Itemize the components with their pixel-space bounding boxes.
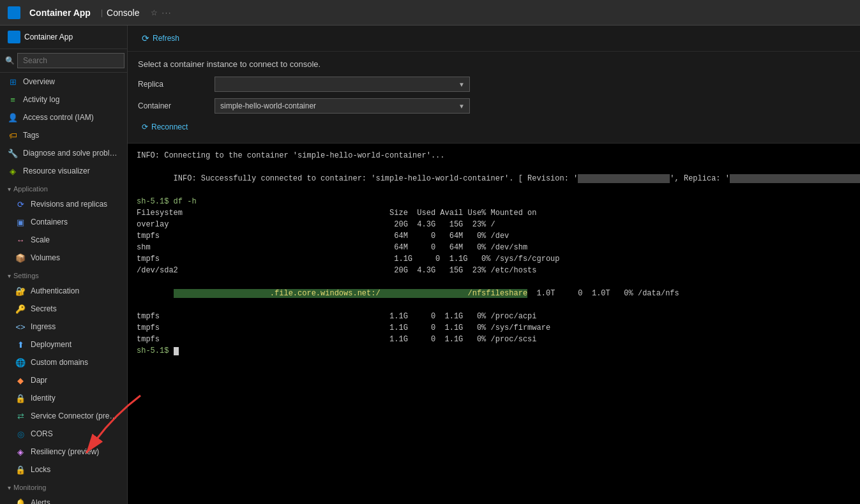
- sidebar-item-tags[interactable]: 🏷Tags: [0, 126, 127, 144]
- label-resiliency: Resiliency (preview): [31, 447, 99, 456]
- refresh-button[interactable]: ⟳ Refresh: [138, 31, 183, 46]
- sidebar-item-resource-visualizer[interactable]: ◈Resource visualizer: [0, 162, 127, 180]
- label-authentication: Authentication: [31, 286, 79, 295]
- sidebar-app-name: Container App: [24, 33, 73, 41]
- sidebar-item-revisions[interactable]: ⟳Revisions and replicas: [0, 195, 127, 213]
- reconnect-icon: ⟳: [142, 122, 148, 131]
- topbar: Container App | Console ☆ ···: [0, 0, 860, 26]
- icon-secrets: 🔑: [15, 304, 26, 314]
- icon-identity: 🔒: [15, 393, 26, 403]
- label-secrets: Secrets: [31, 304, 57, 313]
- replica-select-wrapper: ▼: [215, 77, 470, 92]
- sidebar-app-logo: [8, 31, 20, 43]
- refresh-label: Refresh: [153, 34, 179, 43]
- label-revisions: Revisions and replicas: [31, 200, 107, 209]
- reconnect-label: Reconnect: [151, 122, 188, 131]
- label-custom-domains: Custom domains: [31, 358, 88, 367]
- term-line-11: tmpfs 1.1G 0 1.1G 0% /proc/acpi: [137, 311, 851, 322]
- sidebar-item-access-control[interactable]: 👤Access control (IAM): [0, 108, 127, 126]
- sidebar-section-settings-section[interactable]: ▾Settings: [0, 267, 127, 282]
- icon-custom-domains: 🌐: [15, 357, 26, 367]
- container-row: Container simple-hello-world-container ▼: [138, 98, 850, 114]
- icon-containers: ▣: [15, 217, 26, 227]
- term-line-4: Filesystem Size Used Avail Use% Mounted …: [137, 207, 851, 219]
- replica-select[interactable]: [215, 77, 470, 92]
- section-arrow-application-section: ▾: [8, 186, 11, 193]
- section-label-monitoring-section: Monitoring: [13, 484, 46, 491]
- form-section: Select a container instance to connect t…: [128, 52, 860, 144]
- topbar-app-icon: [8, 6, 20, 19]
- sidebar-item-diagnose[interactable]: 🔧Diagnose and solve problems: [0, 144, 127, 162]
- sidebar-item-identity[interactable]: 🔒Identity: [0, 389, 127, 407]
- form-info-text: Select a container instance to connect t…: [138, 59, 850, 69]
- topbar-app-name: Container App: [29, 8, 91, 18]
- sidebar-item-scale[interactable]: ↔Scale: [0, 231, 127, 249]
- term-line-8: tmpfs 1.1G 0 1.1G 0% /sys/fs/cgroup: [137, 253, 851, 265]
- section-label-application-section: Application: [13, 185, 48, 193]
- sidebar-item-locks[interactable]: 🔒Locks: [0, 461, 127, 478]
- terminal[interactable]: INFO: Connecting to the container 'simpl…: [128, 144, 860, 504]
- content-area: ⟳ Refresh Select a container instance to…: [128, 26, 860, 504]
- label-resource-visualizer: Resource visualizer: [23, 167, 90, 175]
- sidebar: Container App 🔍 × « ⊞Overview≡Activity l…: [0, 26, 128, 504]
- topbar-more-icon[interactable]: ···: [162, 8, 172, 17]
- search-input[interactable]: [17, 53, 124, 68]
- sidebar-item-deployment[interactable]: ⬆Deployment: [0, 336, 127, 353]
- icon-tags: 🏷: [8, 130, 18, 140]
- icon-authentication: 🔐: [15, 286, 26, 296]
- sidebar-item-containers[interactable]: ▣Containers: [0, 213, 127, 231]
- sidebar-item-alerts[interactable]: 🔔Alerts: [0, 494, 127, 504]
- sidebar-item-ingress[interactable]: <>Ingress: [0, 318, 127, 336]
- icon-activity-log: ≡: [8, 94, 18, 105]
- topbar-favorite-icon[interactable]: ☆: [151, 8, 158, 17]
- label-overview: Overview: [23, 77, 55, 86]
- label-ingress: Ingress: [31, 322, 56, 331]
- sidebar-section-application-section[interactable]: ▾Application: [0, 180, 127, 195]
- sidebar-item-activity-log[interactable]: ≡Activity log: [0, 91, 127, 108]
- section-arrow-settings-section: ▾: [8, 272, 11, 279]
- icon-scale: ↔: [15, 235, 26, 245]
- label-cors: CORS: [31, 429, 53, 438]
- label-service-connector: Service Connector (preview): [31, 411, 119, 420]
- label-diagnose: Diagnose and solve problems: [23, 149, 119, 158]
- sidebar-item-resiliency[interactable]: ◈Resiliency (preview): [0, 443, 127, 461]
- label-tags: Tags: [23, 131, 39, 140]
- term-line-6: tmpfs 64M 0 64M 0% /dev: [137, 230, 851, 242]
- term-line-12: tmpfs 1.1G 0 1.1G 0% /sys/firmware: [137, 322, 851, 334]
- search-icon: 🔍: [5, 56, 15, 65]
- sidebar-item-dapr[interactable]: ◆Dapr: [0, 371, 127, 389]
- sidebar-nav: ⊞Overview≡Activity log👤Access control (I…: [0, 73, 127, 504]
- sidebar-item-cors[interactable]: ◎CORS: [0, 425, 127, 443]
- sidebar-item-secrets[interactable]: 🔑Secrets: [0, 300, 127, 318]
- label-deployment: Deployment: [31, 340, 72, 349]
- icon-volumes: 📦: [15, 253, 26, 263]
- sidebar-item-authentication[interactable]: 🔐Authentication: [0, 282, 127, 300]
- icon-overview: ⊞: [8, 77, 18, 87]
- label-volumes: Volumes: [31, 253, 60, 262]
- sidebar-item-service-connector[interactable]: ⇄Service Connector (preview): [0, 407, 127, 425]
- sidebar-item-custom-domains[interactable]: 🌐Custom domains: [0, 353, 127, 371]
- term-line-3: sh-5.1$ df -h: [137, 196, 851, 207]
- content-toolbar: ⟳ Refresh: [128, 26, 860, 52]
- container-select-wrapper: simple-hello-world-container ▼: [215, 98, 470, 114]
- sidebar-item-overview[interactable]: ⊞Overview: [0, 73, 127, 91]
- term-line-9: /dev/sda2 20G 4.3G 15G 23% /etc/hosts: [137, 265, 851, 276]
- sidebar-section-monitoring-section[interactable]: ▾Monitoring: [0, 478, 127, 494]
- term-redacted-1: [578, 174, 670, 183]
- sidebar-item-volumes[interactable]: 📦Volumes: [0, 249, 127, 267]
- container-select[interactable]: simple-hello-world-container: [215, 98, 470, 114]
- term-line-2: INFO: Successfully connected to containe…: [137, 161, 851, 196]
- icon-dapr: ◆: [15, 375, 26, 385]
- topbar-page-title: Console: [107, 8, 139, 18]
- term-redacted-2: [730, 174, 860, 183]
- icon-service-connector: ⇄: [15, 411, 26, 421]
- reconnect-button[interactable]: ⟳ Reconnect: [138, 120, 192, 134]
- label-identity: Identity: [31, 394, 56, 403]
- term-highlight-path: .file.core.windows.net:/ /nfsfileshare: [174, 289, 528, 298]
- icon-deployment: ⬆: [15, 339, 26, 350]
- replica-label: Replica: [138, 80, 215, 89]
- sidebar-search-row: 🔍 × «: [0, 49, 127, 73]
- icon-revisions: ⟳: [15, 199, 26, 209]
- section-label-settings-section: Settings: [13, 272, 39, 279]
- section-arrow-monitoring-section: ▾: [8, 484, 11, 491]
